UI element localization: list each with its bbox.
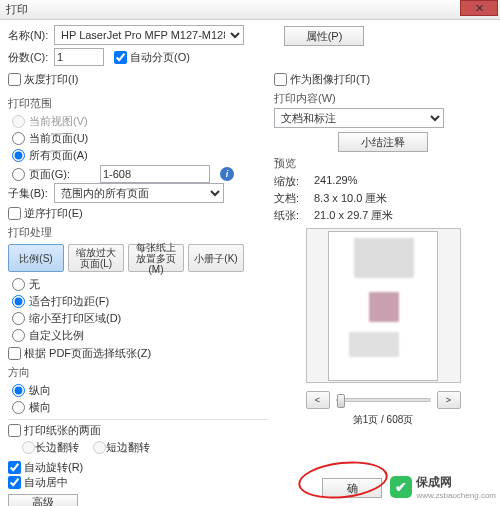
current-view-radio <box>12 115 25 128</box>
range-current-view[interactable]: 当前视图(V) <box>8 114 268 129</box>
watermark: ✔ 保成网 www.zsbaocheng.com <box>390 474 496 500</box>
watermark-icon: ✔ <box>390 476 412 498</box>
short-edge-radio <box>93 441 106 454</box>
portrait-radio[interactable] <box>12 384 25 397</box>
properties-row: 属性(P) <box>274 26 492 46</box>
grayscale-label: 灰度打印(I) <box>24 72 78 87</box>
ok-button[interactable]: 确 <box>322 478 382 498</box>
all-pages-radio[interactable] <box>12 149 25 162</box>
dialog-body: 名称(N): HP LaserJet Pro MFP M127-M128 PCL… <box>0 20 500 500</box>
info-icon[interactable]: i <box>220 167 234 181</box>
page-indicator: 第1页 / 608页 <box>274 413 492 427</box>
auto-rotate-option[interactable]: 自动旋转(R) <box>8 460 254 475</box>
subset-label: 子集(B): <box>8 186 54 201</box>
handling-title: 打印处理 <box>8 225 268 240</box>
landscape-radio[interactable] <box>12 401 25 414</box>
collate-checkbox[interactable] <box>114 51 127 64</box>
as-image-option[interactable]: 作为图像打印(T) <box>274 72 478 87</box>
advanced-button[interactable]: 高级 <box>8 494 78 506</box>
shrink-radio[interactable] <box>12 312 25 325</box>
range-pages[interactable]: 页面(G): i <box>8 165 268 183</box>
preview-nav: < > <box>274 391 492 409</box>
as-image-checkbox[interactable] <box>274 73 287 86</box>
paper-row: 纸张:21.0 x 29.7 厘米 <box>274 208 492 223</box>
copies-row: 份数(C): 自动分页(O) <box>8 48 268 66</box>
long-edge-option: 长边翻转 <box>22 440 79 455</box>
summarize-button[interactable]: 小结注释 <box>338 132 428 152</box>
scale-fit[interactable]: 适合打印边距(F) <box>8 294 268 309</box>
flip-row: 长边翻转 短边翻转 <box>8 438 268 456</box>
long-edge-radio <box>22 441 35 454</box>
grayscale-option[interactable]: 灰度打印(I) <box>8 72 78 87</box>
current-page-radio[interactable] <box>12 132 25 145</box>
close-icon: ✕ <box>475 2 484 15</box>
watermark-url: www.zsbaocheng.com <box>416 491 496 500</box>
copies-label: 份数(C): <box>8 50 54 65</box>
tab-multiple[interactable]: 每张纸上 放置多页(M) <box>128 244 184 272</box>
grayscale-checkbox[interactable] <box>8 73 21 86</box>
right-column: 属性(P) 作为图像打印(T) 打印内容(W) 文档和标注 小结注释 预览 缩放… <box>268 26 492 500</box>
duplex-checkbox[interactable] <box>8 424 21 437</box>
next-page-button[interactable]: > <box>437 391 461 409</box>
auto-rotate-checkbox[interactable] <box>8 461 21 474</box>
orient-portrait[interactable]: 纵向 <box>8 383 268 398</box>
window-title: 打印 <box>6 2 28 17</box>
printer-label: 名称(N): <box>8 28 54 43</box>
subset-row: 子集(B): 范围内的所有页面 <box>8 184 268 202</box>
range-title: 打印范围 <box>8 96 268 111</box>
auto-center-checkbox[interactable] <box>8 476 21 489</box>
auto-center-option[interactable]: 自动居中 <box>8 475 254 490</box>
preview-page <box>328 231 438 381</box>
short-edge-option: 短边翻转 <box>93 440 150 455</box>
page-slider[interactable] <box>336 398 431 402</box>
tab-scale[interactable]: 比例(S) <box>8 244 64 272</box>
grayscale-row: 灰度打印(I) <box>8 70 268 88</box>
fit-radio[interactable] <box>12 295 25 308</box>
pdf-paper-checkbox[interactable] <box>8 347 21 360</box>
custom-radio[interactable] <box>12 329 25 342</box>
content-title: 打印内容(W) <box>274 91 492 106</box>
none-radio[interactable] <box>12 278 25 291</box>
zoom-row: 缩放:241.29% <box>274 174 492 189</box>
collate-option[interactable]: 自动分页(O) <box>114 50 190 65</box>
subset-select[interactable]: 范围内的所有页面 <box>54 183 224 203</box>
copies-input[interactable] <box>54 48 104 66</box>
duplex-option[interactable]: 打印纸张的两面 <box>8 423 254 438</box>
title-bar: 打印 ✕ <box>0 0 500 20</box>
slider-thumb[interactable] <box>337 394 345 408</box>
range-all-pages[interactable]: 所有页面(A) <box>8 148 268 163</box>
content-select[interactable]: 文档和标注 <box>274 108 444 128</box>
properties-button[interactable]: 属性(P) <box>284 26 364 46</box>
scale-shrink[interactable]: 缩小至打印区域(D) <box>8 311 268 326</box>
reverse-option[interactable]: 逆序打印(E) <box>8 206 254 221</box>
doc-row: 文档:8.3 x 10.0 厘米 <box>274 191 492 206</box>
handling-tabs: 比例(S) 缩放过大 页面(L) 每张纸上 放置多页(M) 小册子(K) <box>8 244 268 272</box>
tab-shrink-large[interactable]: 缩放过大 页面(L) <box>68 244 124 272</box>
preview-pane <box>306 228 461 383</box>
pages-radio[interactable] <box>12 168 25 181</box>
prev-page-button[interactable]: < <box>306 391 330 409</box>
range-current-page[interactable]: 当前页面(U) <box>8 131 268 146</box>
orient-title: 方向 <box>8 365 268 380</box>
collate-label: 自动分页(O) <box>130 50 190 65</box>
orient-landscape[interactable]: 横向 <box>8 400 268 415</box>
scale-custom[interactable]: 自定义比例 <box>8 328 268 343</box>
close-button[interactable]: ✕ <box>460 0 498 16</box>
left-column: 名称(N): HP LaserJet Pro MFP M127-M128 PCL… <box>8 26 268 500</box>
reverse-checkbox[interactable] <box>8 207 21 220</box>
printer-select[interactable]: HP LaserJet Pro MFP M127-M128 PCLmS <box>54 25 244 45</box>
watermark-name: 保成网 <box>416 475 452 489</box>
printer-row: 名称(N): HP LaserJet Pro MFP M127-M128 PCL… <box>8 26 268 44</box>
scale-none[interactable]: 无 <box>8 277 268 292</box>
preview-title: 预览 <box>274 156 492 171</box>
pages-input[interactable] <box>100 165 210 183</box>
pdf-paper-option[interactable]: 根据 PDF页面选择纸张(Z) <box>8 346 254 361</box>
tab-booklet[interactable]: 小册子(K) <box>188 244 244 272</box>
